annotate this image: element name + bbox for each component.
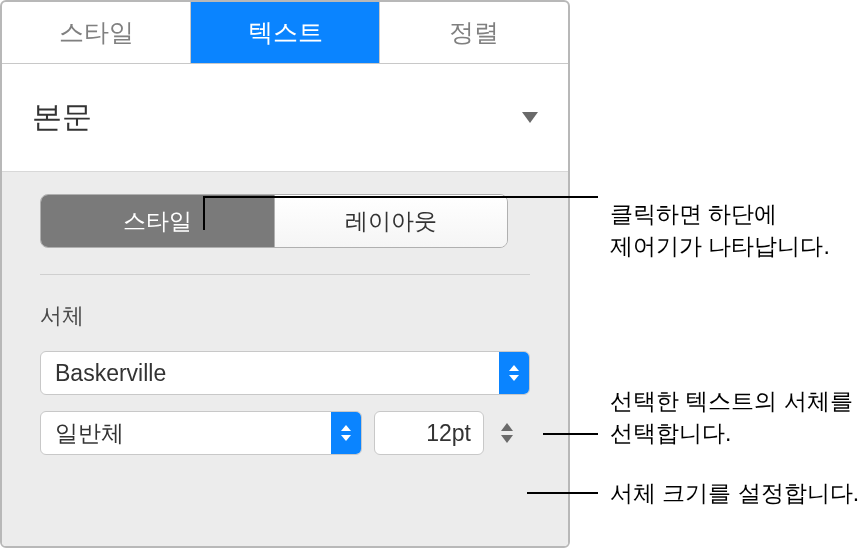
callout-text: 선택한 텍스트의 서체를 [610, 385, 853, 417]
popup-arrows-icon [331, 412, 361, 454]
top-tabs: 스타일 텍스트 정렬 [2, 2, 568, 64]
segment-layout[interactable]: 레이아웃 [274, 195, 508, 247]
callout-leader [527, 492, 598, 494]
format-panel: 스타일 텍스트 정렬 본문 스타일 레이아웃 서체 Baskerville [0, 0, 570, 548]
font-size-value: 12pt [426, 420, 471, 447]
callout-leader [543, 433, 598, 435]
content-area: 스타일 레이아웃 서체 Baskerville 일반체 [2, 172, 568, 546]
font-typeface-value: 일반체 [41, 418, 331, 449]
callout-text: 서체 크기를 설정합니다. [610, 480, 859, 506]
segment-style-label: 스타일 [123, 206, 192, 237]
tab-arrange[interactable]: 정렬 [380, 2, 568, 63]
popup-arrows-icon [499, 352, 529, 394]
tab-text-label: 텍스트 [248, 16, 323, 49]
font-size-field[interactable]: 12pt [374, 411, 484, 455]
divider [40, 274, 530, 275]
callout-font: 선택한 텍스트의 서체를 선택합니다. [610, 385, 853, 449]
callout-segmented: 클릭하면 하단에 제어기가 나타납니다. [610, 198, 830, 262]
callout-text: 제어기가 나타납니다. [610, 230, 830, 262]
stepper-down-icon[interactable] [501, 435, 513, 443]
paragraph-style-label: 본문 [32, 97, 522, 138]
arrow-down-icon [341, 435, 351, 441]
callout-text: 선택합니다. [610, 417, 853, 449]
callout-size: 서체 크기를 설정합니다. [610, 477, 859, 509]
arrow-down-icon [509, 375, 519, 381]
segment-style[interactable]: 스타일 [41, 195, 274, 247]
font-family-popup[interactable]: Baskerville [40, 351, 530, 395]
font-row-2: 일반체 12pt [40, 411, 530, 455]
arrow-up-icon [509, 365, 519, 371]
arrow-up-icon [341, 425, 351, 431]
paragraph-style-popup[interactable]: 본문 [2, 64, 568, 172]
segmented-control: 스타일 레이아웃 [40, 194, 508, 248]
font-family-value: Baskerville [41, 360, 499, 387]
font-section-label: 서체 [40, 301, 530, 331]
tab-style-label: 스타일 [59, 16, 134, 49]
callout-leader [203, 196, 598, 198]
tab-style[interactable]: 스타일 [2, 2, 191, 63]
tab-arrange-label: 정렬 [449, 16, 499, 49]
callout-text: 클릭하면 하단에 [610, 198, 830, 230]
font-typeface-popup[interactable]: 일반체 [40, 411, 362, 455]
callout-leader [203, 196, 205, 230]
tab-text[interactable]: 텍스트 [191, 2, 380, 63]
segment-layout-label: 레이아웃 [345, 206, 437, 237]
chevron-down-icon [522, 112, 538, 123]
stepper-up-icon[interactable] [501, 423, 513, 431]
font-size-stepper [496, 411, 518, 455]
